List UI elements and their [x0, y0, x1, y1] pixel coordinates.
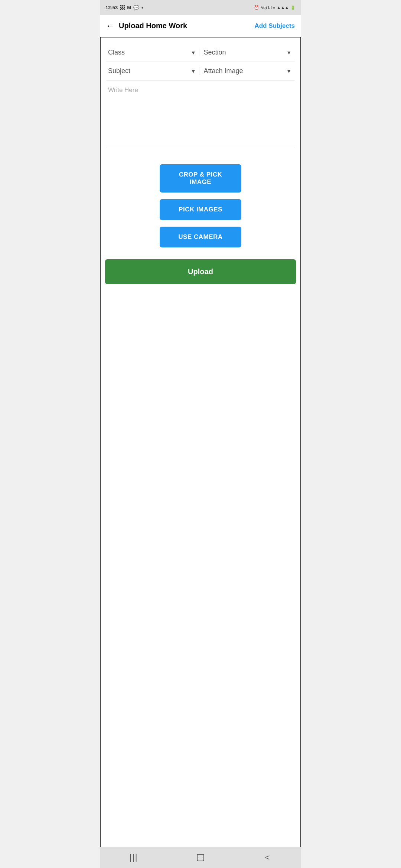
- section-label: Section: [204, 49, 226, 56]
- use-camera-button[interactable]: USE CAMERA: [160, 227, 241, 247]
- pick-images-button[interactable]: PICK IMAGES: [160, 199, 241, 220]
- class-label: Class: [108, 49, 125, 56]
- class-section-row: Class ▼ Section ▼: [107, 43, 294, 62]
- alarm-icon: ⏰: [254, 5, 259, 10]
- class-dropdown[interactable]: Class ▼: [107, 49, 199, 56]
- status-time: 12:53 🖼 M 💬 •: [105, 5, 143, 10]
- bottom-nav: [100, 847, 301, 868]
- battery-icon: 🔋: [290, 5, 296, 10]
- dot-icon: •: [141, 5, 143, 10]
- section-chevron-icon: ▼: [286, 50, 291, 56]
- signal-label: Vo) LTE: [261, 5, 275, 10]
- nav-back-button[interactable]: [258, 849, 276, 867]
- menu-icon: [129, 853, 138, 862]
- home-icon: [197, 854, 204, 861]
- back-nav-icon: [265, 853, 270, 862]
- gmail-icon: M: [127, 5, 131, 10]
- attach-chevron-icon: ▼: [286, 68, 291, 74]
- page-title: Upload Home Work: [119, 22, 254, 30]
- subject-attach-row: Subject ▼ Attach Image ▼: [107, 62, 294, 80]
- attach-image-label: Attach Image: [204, 67, 243, 75]
- upload-button[interactable]: Upload: [105, 259, 296, 284]
- class-chevron-icon: ▼: [191, 50, 196, 56]
- upload-btn-wrapper: Upload: [101, 255, 300, 289]
- message-icon: 💬: [133, 5, 139, 10]
- status-bar: 12:53 🖼 M 💬 • ⏰ Vo) LTE ▲▲▲ 🔋: [100, 0, 301, 15]
- write-area[interactable]: Write Here: [107, 80, 294, 147]
- status-icons: ⏰ Vo) LTE ▲▲▲ 🔋: [254, 5, 296, 10]
- app-bar: ← Upload Home Work Add Subjects: [100, 15, 301, 37]
- signal-bars-icon: ▲▲▲: [277, 5, 289, 10]
- add-subjects-button[interactable]: Add Subjects: [254, 22, 295, 30]
- attach-image-dropdown[interactable]: Attach Image ▼: [202, 67, 295, 75]
- subject-label: Subject: [108, 67, 130, 75]
- back-button[interactable]: ←: [106, 21, 114, 31]
- section-dropdown[interactable]: Section ▼: [202, 49, 295, 56]
- crop-pick-image-button[interactable]: CROP & PICK IMAGE: [160, 164, 241, 193]
- nav-menu-button[interactable]: [125, 849, 143, 867]
- back-arrow-icon: ←: [106, 21, 114, 31]
- gallery-icon: 🖼: [120, 5, 125, 10]
- write-placeholder: Write Here: [108, 86, 138, 93]
- nav-home-button[interactable]: [192, 849, 209, 867]
- subject-dropdown[interactable]: Subject ▼: [107, 67, 199, 75]
- main-content: Class ▼ Section ▼ Subject ▼ Attach Image…: [100, 37, 301, 847]
- time-label: 12:53: [105, 5, 118, 10]
- form-area: Class ▼ Section ▼ Subject ▼ Attach Image…: [101, 37, 300, 153]
- buttons-section: CROP & PICK IMAGE PICK IMAGES USE CAMERA: [101, 153, 300, 255]
- subject-chevron-icon: ▼: [191, 68, 196, 74]
